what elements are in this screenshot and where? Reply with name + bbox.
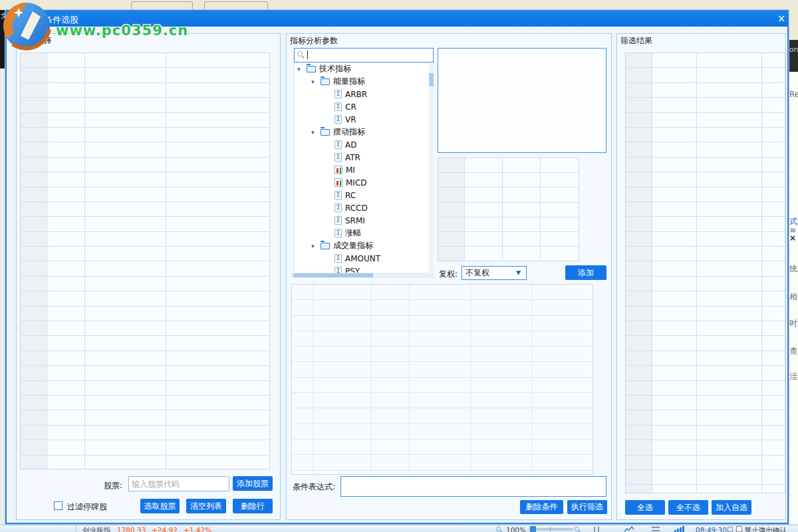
tree-item-SRMI[interactable]: ΣSRMI [295, 214, 434, 227]
table-cell[interactable] [503, 203, 541, 217]
table-cell[interactable] [166, 202, 270, 217]
tree-horizontal-scrollbar[interactable] [291, 273, 434, 278]
table-cell[interactable] [652, 83, 697, 98]
table-cell[interactable] [626, 232, 652, 247]
table-cell[interactable] [762, 321, 785, 336]
table-cell[interactable] [532, 316, 593, 331]
table-cell[interactable] [652, 232, 697, 247]
tree-item-技术指标[interactable]: ▾技术指标 [295, 63, 434, 75]
table-cell[interactable] [697, 188, 762, 202]
tree-item-摆动指标[interactable]: ▾摆动指标 [295, 126, 434, 138]
table-cell[interactable] [762, 381, 785, 396]
table-cell[interactable] [372, 285, 410, 300]
table-cell[interactable] [503, 232, 541, 247]
table-cell[interactable] [762, 98, 785, 112]
table-cell[interactable] [626, 396, 652, 410]
table-cell[interactable] [166, 232, 270, 247]
tree-item-CR[interactable]: ΣCR [295, 100, 434, 113]
table-cell[interactable] [85, 53, 166, 68]
table-cell[interactable] [652, 456, 697, 470]
table-cell[interactable] [532, 408, 593, 424]
table-cell[interactable] [532, 378, 593, 393]
tree-item-VR[interactable]: ΣVR [295, 113, 434, 126]
table-cell[interactable] [503, 188, 541, 202]
table-cell[interactable] [626, 351, 652, 366]
table-cell[interactable] [166, 128, 270, 142]
table-cell[interactable] [47, 291, 85, 306]
add-stock-button[interactable]: 添加股票 [233, 476, 273, 491]
table-cell[interactable] [762, 217, 785, 231]
table-cell[interactable] [372, 393, 410, 408]
table-cell[interactable] [21, 83, 47, 98]
table-cell[interactable] [532, 346, 593, 362]
table-cell[interactable] [697, 381, 762, 396]
table-cell[interactable] [410, 440, 471, 455]
table-cell[interactable] [21, 336, 47, 350]
table-cell[interactable] [47, 83, 85, 98]
table-cell[interactable] [21, 202, 47, 217]
table-cell[interactable] [85, 291, 166, 306]
table-cell[interactable] [85, 188, 166, 202]
condition-expression-input[interactable] [340, 476, 606, 497]
table-cell[interactable] [166, 53, 270, 68]
table-cell[interactable] [438, 188, 465, 202]
zoom-slider-thumb[interactable] [530, 526, 536, 532]
table-cell[interactable] [21, 351, 47, 366]
table-cell[interactable] [652, 307, 697, 321]
table-cell[interactable] [626, 247, 652, 261]
table-cell[interactable] [532, 300, 593, 315]
table-cell[interactable] [85, 426, 166, 440]
table-cell[interactable] [697, 128, 762, 142]
tree-item-RC[interactable]: ΣRC [295, 189, 434, 201]
table-cell[interactable] [47, 247, 85, 261]
zoom-out-icon[interactable] [496, 527, 501, 531]
table-cell[interactable] [471, 440, 532, 455]
table-cell[interactable] [166, 351, 270, 366]
table-cell[interactable] [410, 346, 471, 362]
table-cell[interactable] [166, 277, 270, 291]
table-cell[interactable] [762, 426, 785, 440]
table-cell[interactable] [47, 113, 85, 128]
table-cell[interactable] [85, 366, 166, 380]
table-cell[interactable] [471, 393, 532, 408]
tree-item-成交量指标[interactable]: ▾成交量指标 [295, 239, 434, 252]
table-cell[interactable] [697, 217, 762, 231]
table-cell[interactable] [652, 351, 697, 366]
table-cell[interactable] [626, 307, 652, 321]
scrollbar-thumb[interactable] [293, 273, 373, 277]
table-cell[interactable] [314, 408, 372, 424]
table-cell[interactable] [85, 98, 166, 112]
table-cell[interactable] [626, 336, 652, 350]
table-cell[interactable] [372, 331, 410, 346]
table-cell[interactable] [85, 68, 166, 82]
delete-condition-button[interactable]: 删除条件 [520, 500, 563, 514]
table-cell[interactable] [166, 158, 270, 172]
table-cell[interactable] [47, 53, 85, 68]
table-cell[interactable] [85, 321, 166, 336]
table-cell[interactable] [314, 393, 372, 408]
table-cell[interactable] [21, 321, 47, 336]
table-cell[interactable] [166, 307, 270, 321]
table-cell[interactable] [652, 68, 697, 82]
table-cell[interactable] [85, 217, 166, 231]
table-cell[interactable] [762, 470, 785, 485]
tree-item-MI[interactable]: MI [295, 164, 434, 176]
table-cell[interactable] [47, 158, 85, 172]
table-cell[interactable] [314, 424, 372, 440]
table-cell[interactable] [471, 300, 532, 315]
table-cell[interactable] [541, 158, 579, 173]
table-cell[interactable] [372, 455, 410, 470]
table-cell[interactable] [626, 440, 652, 455]
table-cell[interactable] [166, 142, 270, 157]
table-cell[interactable] [697, 321, 762, 336]
table-cell[interactable] [166, 188, 270, 202]
table-cell[interactable] [85, 440, 166, 455]
table-cell[interactable] [652, 158, 697, 172]
table-cell[interactable] [697, 410, 762, 425]
table-cell[interactable] [85, 158, 166, 172]
table-cell[interactable] [762, 158, 785, 172]
table-cell[interactable] [292, 285, 314, 300]
table-cell[interactable] [652, 470, 697, 485]
filter-suspended-checkbox[interactable] [54, 501, 63, 510]
table-cell[interactable] [47, 336, 85, 350]
